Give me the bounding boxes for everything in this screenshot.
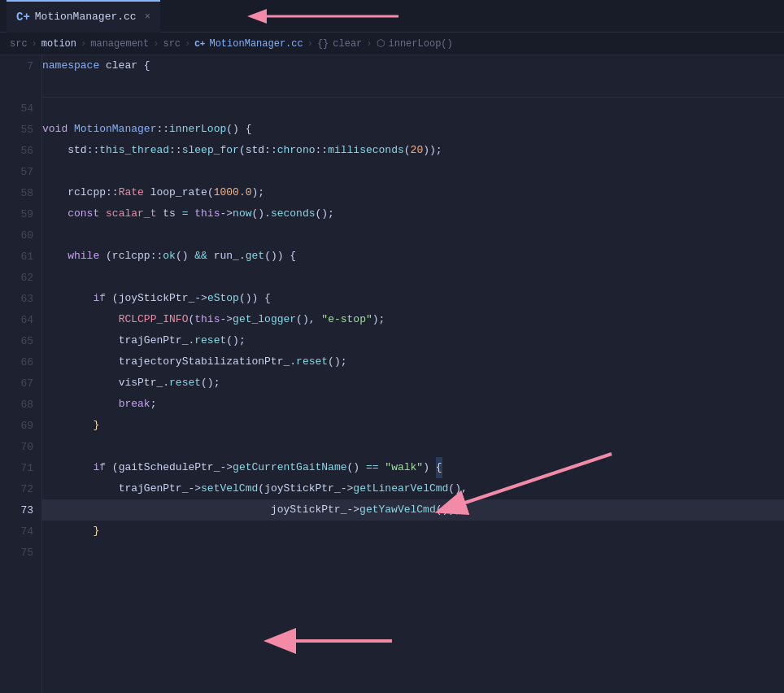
tab-filename: MotionManager.cc [35,11,137,23]
breadcrumb-management: management [90,38,149,50]
breadcrumb-function: innerLoop() [389,38,453,50]
breadcrumb-filename: MotionManager.cc [209,38,303,50]
code-line-54 [42,98,784,119]
code-line-67: visPtr_.reset(); [42,373,784,394]
breadcrumb-motion: motion [41,38,76,50]
title-bar: C+ MotionManager.cc × [0,0,784,33]
code-line-74: } [42,521,784,542]
code-content: namespace clear { void MotionManager::in… [42,55,784,693]
file-tab[interactable]: C+ MotionManager.cc × [7,0,160,33]
breadcrumb-src: src [10,38,28,50]
code-line-70 [42,436,784,457]
breadcrumb: src › motion › management › src › C+ Mot… [0,33,784,55]
code-line-55: void MotionManager::innerLoop() { [42,119,784,140]
editor: 7 . 54 55 56 57 58 59 60 61 62 63 64 65 … [0,55,784,693]
code-line-61: while (rclcpp::ok() && run_.get()) { [42,246,784,267]
code-line-62 [42,267,784,288]
code-line-56: std::this_thread::sleep_for(std::chrono:… [42,140,784,161]
code-line-57 [42,161,784,182]
tab-close-icon[interactable]: × [145,11,150,23]
code-line-64: RCLCPP_INFO(this->get_logger(), "e-stop"… [42,309,784,330]
code-line-71: if (gaitSchedulePtr_->getCurrentGaitName… [42,457,784,478]
breadcrumb-cpp-icon: C+ [194,39,205,49]
code-line-60 [42,224,784,246]
code-line-59: const scalar_t ts = this->now().seconds(… [42,203,784,224]
breadcrumb-scope-icon: ⬡ [377,37,385,50]
breadcrumb-src2: src [163,38,181,50]
breadcrumb-namespace: clear [333,38,362,50]
cpp-icon: C+ [16,11,30,24]
arrow-annotation-top [203,3,407,29]
code-line-69: } [42,415,784,436]
code-line-58: rclcpp::Rate loop_rate(1000.0); [42,182,784,203]
code-line-68: break; [42,394,784,415]
code-line-73: joyStickPtr_->getYawVelCmd()); [42,499,784,521]
code-line-66: trajectoryStabilizationPtr_.reset(); [42,351,784,373]
code-line-75 [42,542,784,563]
code-line-63: if (joyStickPtr_->eStop()) { [42,288,784,309]
breadcrumb-braces: {} [317,38,329,50]
code-line-7: namespace clear { [42,55,784,76]
code-line-72: trajGenPtr_->setVelCmd(joyStickPtr_->get… [42,478,784,499]
code-line-65: trajGenPtr_.reset(); [42,330,784,351]
line-separator [42,76,784,98]
line-gutter: 7 . 54 55 56 57 58 59 60 61 62 63 64 65 … [0,55,42,693]
